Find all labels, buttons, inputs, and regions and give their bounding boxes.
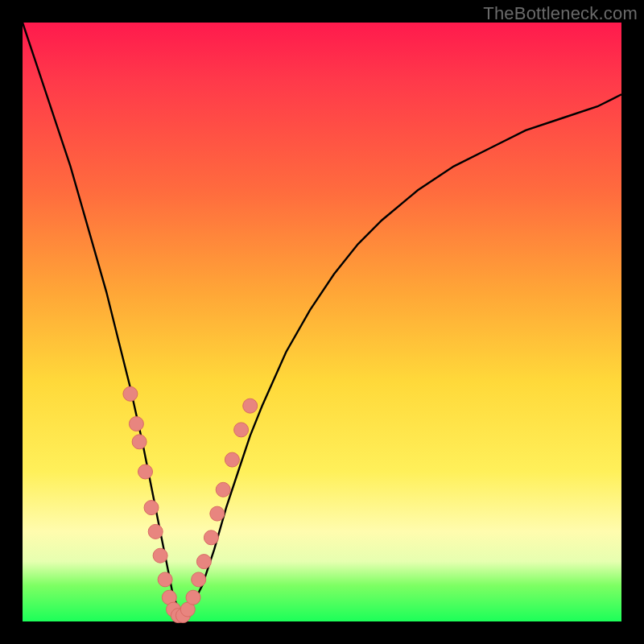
highlight-dot bbox=[144, 501, 159, 515]
highlight-dot bbox=[204, 530, 218, 545]
highlight-dot bbox=[132, 435, 147, 449]
highlight-dot bbox=[138, 464, 153, 479]
chart-svg bbox=[23, 23, 621, 621]
outer-frame: TheBottleneck.com bbox=[0, 0, 644, 644]
highlight-dot bbox=[243, 398, 258, 413]
highlight-dot bbox=[158, 572, 172, 587]
highlight-dot bbox=[148, 524, 163, 539]
highlight-dot bbox=[192, 572, 206, 587]
highlight-dot bbox=[234, 423, 249, 437]
highlight-dot bbox=[196, 555, 211, 569]
plot-area bbox=[23, 23, 621, 621]
highlight-dots-group bbox=[123, 386, 258, 622]
highlight-dot bbox=[153, 548, 167, 563]
highlight-dot bbox=[225, 452, 239, 467]
highlight-dot bbox=[210, 506, 225, 521]
highlight-dot bbox=[216, 482, 230, 497]
highlight-dot bbox=[186, 590, 200, 605]
bottleneck-curve bbox=[23, 23, 621, 616]
highlight-dot bbox=[129, 417, 143, 431]
highlight-dot bbox=[123, 386, 138, 401]
watermark-text: TheBottleneck.com bbox=[483, 3, 638, 24]
